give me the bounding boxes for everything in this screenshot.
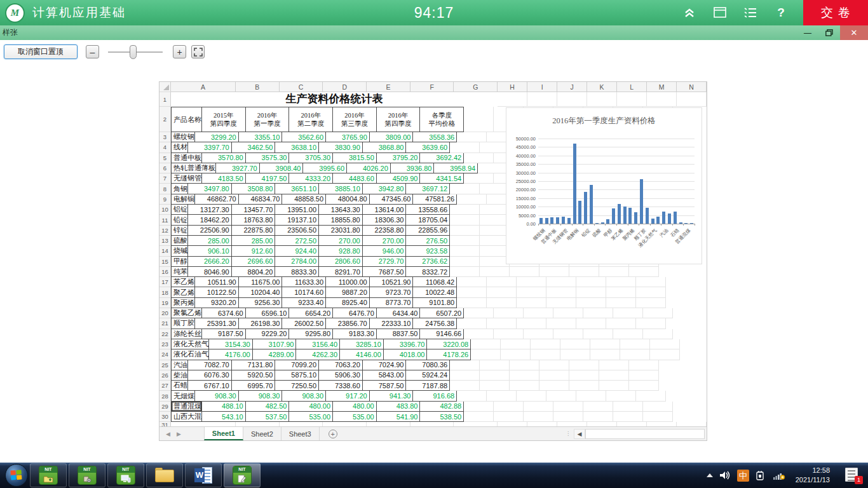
cell-value[interactable]: 7024.90 bbox=[363, 360, 407, 370]
cell-value[interactable]: 3562.60 bbox=[282, 132, 326, 142]
cell-empty[interactable] bbox=[553, 402, 583, 412]
cell-value[interactable]: 11675.00 bbox=[239, 277, 283, 287]
sheet-tab-sheet1[interactable]: Sheet1 bbox=[204, 427, 243, 440]
cell-empty[interactable] bbox=[546, 391, 576, 401]
cell-value[interactable]: 10511.90 bbox=[195, 277, 239, 287]
taskbar-file-explorer[interactable] bbox=[146, 463, 183, 487]
cell-empty[interactable] bbox=[643, 308, 673, 318]
network-icon[interactable] bbox=[773, 470, 785, 480]
cell-value[interactable]: 946.00 bbox=[363, 246, 407, 256]
taskbar-nit-devices-app[interactable]: NIT bbox=[107, 463, 144, 487]
cell-value[interactable]: 270.00 bbox=[363, 236, 407, 246]
cell-product-name[interactable]: 普通混煤 bbox=[171, 402, 202, 412]
cell-empty[interactable] bbox=[636, 298, 666, 308]
cell-empty[interactable] bbox=[636, 318, 666, 329]
cell-value[interactable]: 4509.90 bbox=[377, 173, 421, 184]
minimize-button[interactable]: — bbox=[797, 25, 818, 40]
cell-value[interactable]: 4289.00 bbox=[253, 349, 297, 360]
collapse-double-chevron-up-icon[interactable] bbox=[682, 6, 696, 20]
column-header-E[interactable]: E bbox=[367, 82, 410, 92]
cell-value[interactable]: 6476.70 bbox=[333, 308, 377, 318]
cell-value[interactable]: 482.88 bbox=[420, 402, 464, 412]
cell-value[interactable]: 483.80 bbox=[377, 402, 421, 412]
cell-empty[interactable] bbox=[494, 402, 524, 412]
zoom-slider[interactable] bbox=[108, 45, 163, 59]
cell-empty[interactable] bbox=[650, 349, 680, 360]
cell-value[interactable]: 3692.42 bbox=[420, 153, 464, 163]
header-product-name[interactable]: 产品名称 bbox=[171, 107, 202, 132]
cell-empty[interactable] bbox=[478, 163, 508, 173]
cell-empty[interactable] bbox=[464, 402, 494, 412]
cell-product-name[interactable]: 苯乙烯 bbox=[171, 277, 195, 287]
row-header-5[interactable]: 5 bbox=[159, 153, 171, 163]
start-button[interactable] bbox=[5, 464, 28, 487]
cell-empty[interactable] bbox=[450, 184, 480, 194]
cell-value[interactable]: 538.50 bbox=[420, 412, 464, 422]
cell-value[interactable]: 535.00 bbox=[289, 412, 333, 422]
column-header-M[interactable]: M bbox=[647, 82, 677, 92]
cell-empty[interactable] bbox=[450, 236, 480, 246]
cell-product-name[interactable]: 普通中板 bbox=[171, 153, 202, 163]
cell-value[interactable]: 11000.00 bbox=[326, 277, 370, 287]
cell-empty[interactable] bbox=[606, 287, 636, 297]
cell-value[interactable]: 23856.70 bbox=[326, 318, 370, 329]
cancel-pin-on-top-button[interactable]: 取消窗口置顶 bbox=[4, 44, 78, 59]
window-icon[interactable] bbox=[713, 6, 727, 20]
cell-empty[interactable] bbox=[557, 92, 587, 107]
cell-product-name[interactable]: 顺丁胶 bbox=[171, 318, 195, 329]
cell-value[interactable]: 7080.36 bbox=[406, 360, 450, 370]
row-header-18[interactable]: 18 bbox=[159, 287, 171, 297]
hscroll-left-arrow[interactable]: ◀ bbox=[574, 429, 585, 439]
row-header-21[interactable]: 21 bbox=[159, 318, 171, 329]
cell-value[interactable]: 912.60 bbox=[232, 246, 276, 256]
cell-empty[interactable] bbox=[599, 360, 629, 370]
row-header-14[interactable]: 14 bbox=[159, 246, 171, 256]
cell-value[interactable]: 3765.90 bbox=[326, 132, 370, 142]
volume-icon[interactable] bbox=[719, 470, 731, 480]
column-header-A[interactable]: A bbox=[171, 82, 236, 92]
cell-value[interactable]: 22333.10 bbox=[370, 318, 414, 329]
cell-value[interactable]: 7187.88 bbox=[406, 381, 450, 391]
cell-value[interactable]: 19137.10 bbox=[275, 215, 319, 225]
cell-empty[interactable] bbox=[643, 402, 673, 412]
cell-empty[interactable] bbox=[636, 287, 666, 297]
cell-empty[interactable] bbox=[450, 257, 480, 267]
cell-product-name[interactable]: 液化石油气 bbox=[171, 349, 209, 360]
row-header-24[interactable]: 24 bbox=[159, 349, 171, 360]
row-header-28[interactable]: 28 bbox=[159, 391, 171, 401]
cell-value[interactable]: 5843.00 bbox=[363, 370, 407, 381]
cell-value[interactable]: 924.40 bbox=[275, 246, 319, 256]
cell-empty[interactable] bbox=[450, 215, 480, 225]
cell-empty[interactable] bbox=[531, 349, 560, 360]
cell-value[interactable]: 3995.60 bbox=[303, 163, 347, 173]
row-header-1[interactable]: 1 bbox=[159, 92, 171, 107]
cell-value[interactable]: 285.00 bbox=[188, 236, 232, 246]
cell-value[interactable]: 10521.90 bbox=[370, 277, 414, 287]
cell-value[interactable]: 5875.10 bbox=[275, 370, 319, 381]
taskbar-nit-exam-app-active[interactable]: NIT bbox=[224, 463, 261, 487]
cell-empty[interactable] bbox=[546, 287, 576, 297]
cell-empty[interactable] bbox=[480, 381, 510, 391]
cell-product-name[interactable]: 螺纹钢 bbox=[171, 132, 195, 142]
column-header-J[interactable]: J bbox=[557, 82, 587, 92]
cell-value[interactable]: 541.90 bbox=[377, 412, 421, 422]
cell-empty[interactable] bbox=[650, 339, 680, 349]
cell-empty[interactable] bbox=[553, 412, 583, 422]
cell-value[interactable]: 11633.30 bbox=[282, 277, 326, 287]
cell-value[interactable]: 488.10 bbox=[202, 402, 246, 412]
row-header-16[interactable]: 16 bbox=[159, 267, 171, 277]
cell-value[interactable]: 7063.20 bbox=[319, 360, 363, 370]
cell-product-name[interactable]: 无缝钢管 bbox=[171, 173, 202, 184]
cell-empty[interactable] bbox=[487, 277, 517, 287]
cell-empty[interactable] bbox=[629, 370, 659, 381]
cell-empty[interactable] bbox=[590, 339, 620, 349]
column-header-H[interactable]: H bbox=[498, 82, 527, 92]
row-header-22[interactable]: 22 bbox=[159, 329, 171, 339]
cell-empty[interactable] bbox=[583, 402, 613, 412]
cell-empty[interactable] bbox=[590, 349, 620, 360]
cell-value[interactable]: 18462.20 bbox=[188, 215, 232, 225]
cell-value[interactable]: 535.00 bbox=[333, 412, 377, 422]
cell-empty[interactable] bbox=[501, 349, 531, 360]
cell-empty[interactable] bbox=[553, 329, 583, 339]
cell-empty[interactable] bbox=[527, 92, 557, 107]
